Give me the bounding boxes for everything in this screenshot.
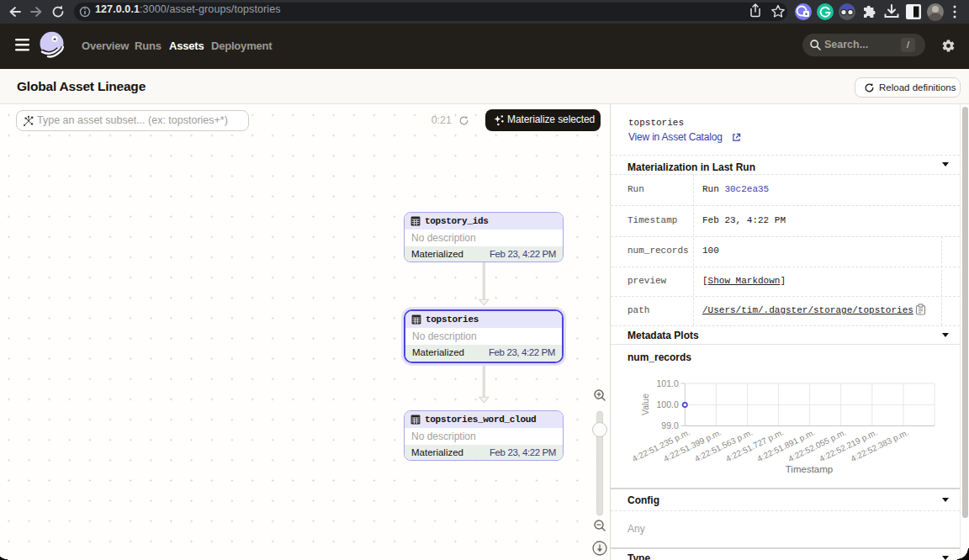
svg-text:Value: Value (640, 394, 650, 415)
svg-text:101.0: 101.0 (657, 378, 679, 388)
svg-text:99.0: 99.0 (661, 420, 679, 431)
svg-text:100.0: 100.0 (657, 399, 679, 409)
svg-text:Timestamp: Timestamp (786, 464, 833, 474)
